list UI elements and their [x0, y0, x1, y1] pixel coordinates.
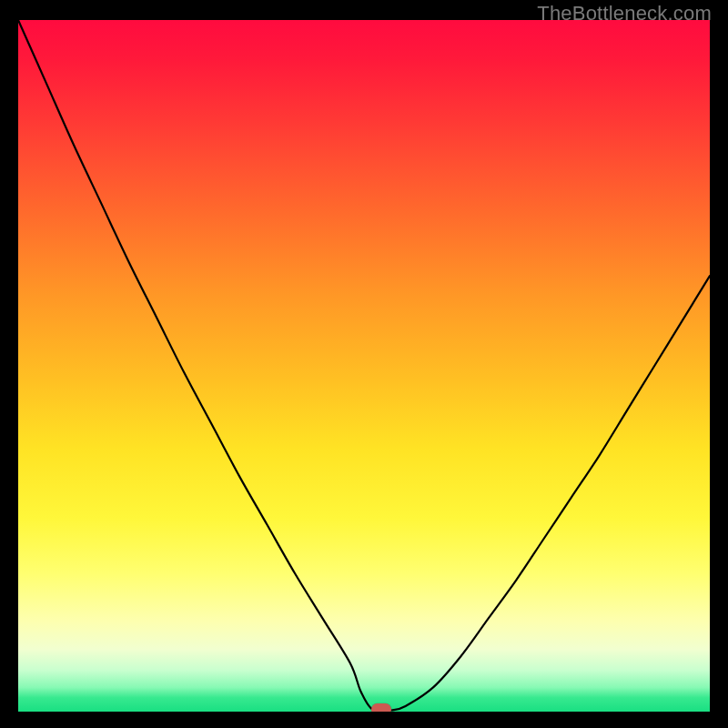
bottleneck-curve-svg [18, 20, 710, 712]
plot-area [18, 20, 710, 712]
chart-frame: TheBottleneck.com [0, 0, 728, 728]
watermark-text: TheBottleneck.com [537, 2, 712, 25]
optimal-point-marker [371, 703, 391, 712]
bottleneck-curve [18, 20, 710, 711]
